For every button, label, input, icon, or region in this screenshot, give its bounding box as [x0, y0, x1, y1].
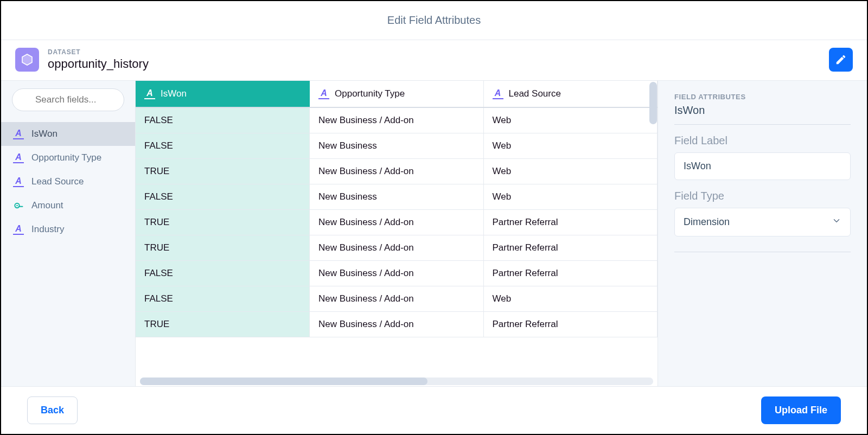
table-cell: FALSE	[136, 286, 310, 312]
table-cell: Partner Referral	[483, 312, 658, 337]
footer: Back Upload File	[1, 386, 867, 434]
table-cell: Web	[483, 107, 658, 133]
column-header-label: Lead Source	[509, 88, 561, 99]
table-cell: FALSE	[136, 133, 310, 159]
dataset-bar: DATASET opportunity_history	[1, 40, 867, 80]
table-cell: New Business / Add-on	[310, 107, 484, 133]
sidebar-item-label: Opportunity Type	[31, 152, 101, 163]
sidebar-item-iswon[interactable]: AIsWon	[1, 122, 135, 146]
field-label-heading: Field Label	[674, 135, 851, 147]
table-cell: FALSE	[136, 107, 310, 133]
upload-file-button[interactable]: Upload File	[761, 396, 841, 424]
horizontal-scrollbar-thumb[interactable]	[140, 378, 427, 385]
table-cell: TRUE	[136, 210, 310, 235]
sidebar-item-opportunity-type[interactable]: AOpportunity Type	[1, 146, 135, 170]
table-body: FALSENew Business / Add-onWebFALSENew Bu…	[136, 107, 658, 337]
table-row: FALSENew BusinessWeb	[136, 184, 658, 210]
attribute-divider	[674, 252, 851, 252]
column-header-label: Opportunity Type	[335, 88, 405, 99]
attribute-panel: FIELD ATTRIBUTES IsWon Field Label Field…	[658, 81, 867, 386]
table-row: FALSENew Business / Add-onPartner Referr…	[136, 261, 658, 286]
table-cell: Web	[483, 159, 658, 184]
table-cell: New Business / Add-on	[310, 286, 484, 312]
back-button[interactable]: Back	[27, 396, 78, 424]
table-cell: TRUE	[136, 235, 310, 261]
sidebar-item-label: Industry	[31, 224, 64, 235]
table-row: TRUENew Business / Add-onPartner Referra…	[136, 210, 658, 235]
column-header-label: IsWon	[161, 88, 187, 99]
table-cell: Web	[483, 133, 658, 159]
dimension-type-icon: A	[13, 224, 24, 235]
field-type-value: Dimension	[684, 216, 730, 228]
dimension-type-icon: A	[144, 88, 155, 99]
table-scroll[interactable]: AIsWonAOpportunity TypeALead Source FALS…	[136, 81, 658, 375]
table-cell: New Business / Add-on	[310, 261, 484, 286]
dimension-type-icon: A	[13, 176, 24, 187]
dataset-meta: DATASET opportunity_history	[48, 48, 820, 71]
table-row: TRUENew Business / Add-onWeb	[136, 159, 658, 184]
table-cell: New Business	[310, 133, 484, 159]
column-header-lead-source[interactable]: ALead Source	[483, 81, 658, 107]
svg-point-1	[16, 205, 18, 207]
edit-dataset-button[interactable]	[829, 48, 853, 72]
sidebar-item-label: IsWon	[31, 129, 58, 139]
attribute-field-name: IsWon	[674, 104, 851, 125]
chevron-down-icon	[832, 216, 841, 228]
table-header-row: AIsWonAOpportunity TypeALead Source	[136, 81, 658, 107]
sidebar-item-lead-source[interactable]: ALead Source	[1, 170, 135, 194]
dimension-type-icon: A	[318, 88, 329, 99]
page-title: Edit Field Attributes	[1, 1, 867, 40]
table-area: AIsWonAOpportunity TypeALead Source FALS…	[136, 81, 658, 386]
table-cell: Partner Referral	[483, 210, 658, 235]
field-list: AIsWonAOpportunity TypeALead SourceAmoun…	[1, 122, 135, 241]
table-cell: Partner Referral	[483, 261, 658, 286]
sidebar-item-industry[interactable]: AIndustry	[1, 218, 135, 241]
search-input[interactable]	[12, 88, 124, 111]
table-row: TRUENew Business / Add-onPartner Referra…	[136, 235, 658, 261]
dimension-type-icon: A	[493, 88, 503, 99]
table-row: FALSENew Business / Add-onWeb	[136, 286, 658, 312]
dataset-icon	[15, 48, 39, 72]
search-wrap	[1, 88, 135, 118]
dataset-kicker: DATASET	[48, 48, 820, 56]
field-type-heading: Field Type	[674, 190, 851, 202]
table-cell: Web	[483, 184, 658, 210]
vertical-scrollbar[interactable]	[649, 82, 657, 124]
field-label-input[interactable]	[674, 152, 851, 180]
table-cell: Partner Referral	[483, 235, 658, 261]
table-cell: New Business / Add-on	[310, 159, 484, 184]
dimension-type-icon: A	[13, 152, 24, 163]
column-header-opportunity-type[interactable]: AOpportunity Type	[310, 81, 484, 107]
sidebar: AIsWonAOpportunity TypeALead SourceAmoun…	[1, 81, 136, 386]
table-cell: TRUE	[136, 312, 310, 337]
dimension-type-icon: A	[13, 129, 24, 139]
sidebar-item-label: Lead Source	[31, 176, 84, 187]
attribute-section-label: FIELD ATTRIBUTES	[674, 93, 851, 101]
dataset-name: opportunity_history	[48, 57, 820, 71]
table-row: TRUENew Business / Add-onPartner Referra…	[136, 312, 658, 337]
table-cell: FALSE	[136, 261, 310, 286]
main: AIsWonAOpportunity TypeALead SourceAmoun…	[1, 80, 867, 386]
horizontal-scrollbar[interactable]	[140, 378, 653, 385]
data-table: AIsWonAOpportunity TypeALead Source FALS…	[136, 81, 658, 337]
sidebar-item-label: Amount	[31, 200, 63, 211]
table-cell: TRUE	[136, 159, 310, 184]
table-cell: New Business	[310, 184, 484, 210]
field-type-select[interactable]: Dimension	[674, 208, 851, 236]
table-cell: New Business / Add-on	[310, 210, 484, 235]
pencil-icon	[835, 54, 847, 66]
table-cell: New Business / Add-on	[310, 235, 484, 261]
table-cell: FALSE	[136, 184, 310, 210]
measure-type-icon	[13, 200, 24, 211]
table-cell: Web	[483, 286, 658, 312]
sidebar-item-amount[interactable]: Amount	[1, 194, 135, 218]
column-header-iswon[interactable]: AIsWon	[136, 81, 310, 107]
table-row: FALSENew Business / Add-onWeb	[136, 107, 658, 133]
table-row: FALSENew BusinessWeb	[136, 133, 658, 159]
table-cell: New Business / Add-on	[310, 312, 484, 337]
